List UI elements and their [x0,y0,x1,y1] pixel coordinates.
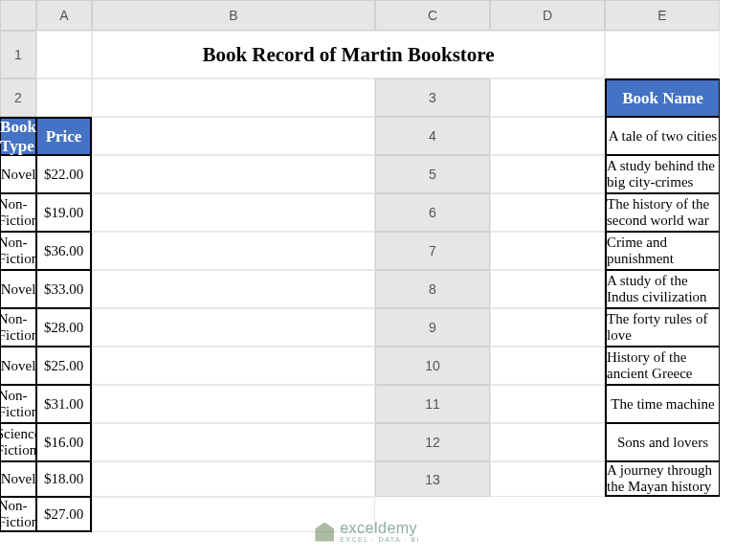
logo-icon [315,523,334,542]
cell-e4[interactable] [92,155,375,193]
cell-e12[interactable] [92,461,375,497]
table-row[interactable]: Non-Fiction [0,193,36,232]
table-row[interactable]: $22.00 [36,155,92,193]
table-row[interactable]: Novel [0,270,36,308]
table-row[interactable]: A tale of two cities [605,117,720,155]
table-row[interactable]: Novel [0,461,36,497]
table-row[interactable]: Novel [0,155,36,193]
row-header-4[interactable]: 4 [375,117,490,155]
corner-cell[interactable] [0,0,36,31]
col-header-d[interactable]: D [490,0,605,31]
cell-a8[interactable] [490,270,605,308]
cell-a6[interactable] [490,193,605,232]
table-row[interactable]: Non-Fiction [0,497,36,532]
table-row[interactable]: Non-Fiction [0,385,36,423]
col-header-b[interactable]: B [92,0,375,31]
table-row[interactable]: $28.00 [36,308,92,347]
cell-e5[interactable] [92,193,375,232]
cell-e3[interactable] [92,117,375,155]
table-row[interactable]: Science Fiction [0,423,36,461]
table-header-price[interactable]: Price [36,117,92,155]
row-header-5[interactable]: 5 [375,155,490,193]
col-header-a[interactable]: A [36,0,92,31]
cell-a4[interactable] [490,117,605,155]
table-row[interactable]: The history of the second world war [605,193,720,232]
row-header-7[interactable]: 7 [375,232,490,270]
cell-a1[interactable] [36,31,92,78]
cell-e9[interactable] [92,347,375,385]
cell-a3[interactable] [490,78,605,117]
table-row[interactable]: Non-Fiction [0,232,36,270]
table-row[interactable]: $25.00 [36,347,92,385]
table-row[interactable]: $36.00 [36,232,92,270]
cell-a13[interactable] [490,461,605,497]
table-row[interactable]: The forty rules of love [605,308,720,347]
col-header-e[interactable]: E [605,0,720,31]
spreadsheet-grid: A B C D E 1 Book Record of Martin Bookst… [0,0,735,532]
cell-e6[interactable] [92,232,375,270]
table-row[interactable]: $33.00 [36,270,92,308]
cell-e1[interactable] [605,31,720,78]
table-header-name[interactable]: Book Name [605,78,720,117]
table-row[interactable]: Novel [0,347,36,385]
table-row[interactable]: The time machine [605,385,720,423]
row-header-13[interactable]: 13 [375,461,490,497]
row-header-8[interactable]: 8 [375,270,490,308]
cell-a7[interactable] [490,232,605,270]
table-row[interactable]: Crime and punishment [605,232,720,270]
table-row[interactable]: A journey through the Mayan history [605,461,720,497]
table-row[interactable]: Sons and lovers [605,423,720,461]
row-header-6[interactable]: 6 [375,193,490,232]
row-header-3[interactable]: 3 [375,78,490,117]
cell-e2[interactable] [92,78,375,117]
col-header-c[interactable]: C [375,0,490,31]
watermark-main: exceldemy [340,521,420,536]
cell-e11[interactable] [92,423,375,461]
table-row[interactable]: $27.00 [36,497,92,532]
cell-e7[interactable] [92,270,375,308]
cell-e8[interactable] [92,308,375,347]
cell-a9[interactable] [490,308,605,347]
watermark-sub: EXCEL · DATA · BI [340,536,420,543]
cell-a2[interactable] [36,78,92,117]
table-row[interactable]: $16.00 [36,423,92,461]
table-row[interactable]: A study behind the big city-crimes [605,155,720,193]
table-row[interactable]: $18.00 [36,461,92,497]
table-row[interactable]: Non-Fiction [0,308,36,347]
cell-a10[interactable] [490,347,605,385]
row-header-10[interactable]: 10 [375,347,490,385]
row-header-12[interactable]: 12 [375,423,490,461]
cell-a11[interactable] [490,385,605,423]
row-header-1[interactable]: 1 [0,31,36,78]
row-header-11[interactable]: 11 [375,385,490,423]
cell-a5[interactable] [490,155,605,193]
table-row[interactable]: History of the ancient Greece [605,347,720,385]
table-header-type[interactable]: Book Type [0,117,36,155]
cell-e10[interactable] [92,385,375,423]
table-row[interactable]: $31.00 [36,385,92,423]
table-row[interactable]: $19.00 [36,193,92,232]
cell-a12[interactable] [490,423,605,461]
page-title[interactable]: Book Record of Martin Bookstore [92,31,605,78]
row-header-9[interactable]: 9 [375,308,490,347]
row-header-2[interactable]: 2 [0,78,36,117]
table-row[interactable]: A study of the Indus civilization [605,270,720,308]
watermark: exceldemy EXCEL · DATA · BI [315,521,420,543]
